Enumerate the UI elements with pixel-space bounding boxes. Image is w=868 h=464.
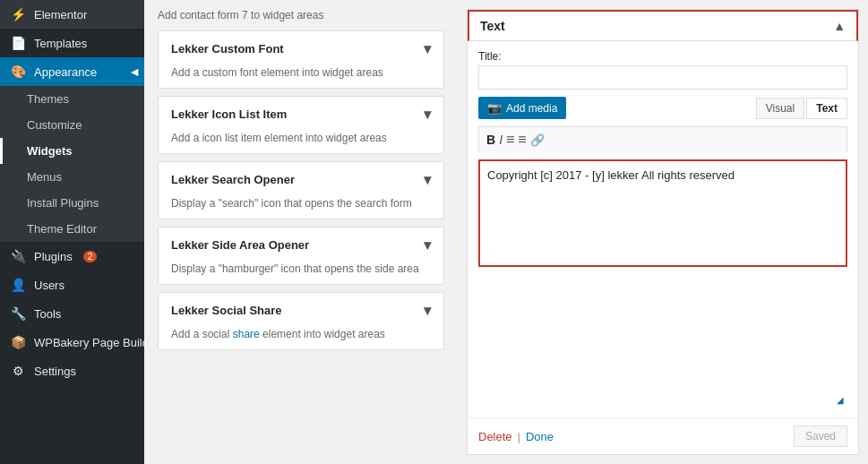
add-media-button[interactable]: 📷 Add media [478,97,566,119]
camera-icon: 📷 [487,101,502,115]
widget-description: Add a social share element into widget a… [159,328,443,349]
widget-title: Lekker Social Share [171,304,282,317]
done-link[interactable]: Done [526,430,554,443]
sidebar-item-appearance[interactable]: 🎨 Appearance ◄ [0,57,144,86]
share-link[interactable]: share [233,328,260,340]
widget-header[interactable]: Lekker Search Opener ▾ [159,162,443,197]
sidebar-item-tools[interactable]: 🔧 Tools [0,299,144,328]
editor-wrapper: ◢ [478,159,847,408]
title-label: Title: [478,50,847,63]
widget-header[interactable]: Lekker Side Area Opener ▾ [159,228,443,262]
submenu-label: Customize [27,118,82,132]
collapse-icon[interactable]: ▲ [833,19,846,33]
plugins-icon: 🔌 [9,249,27,263]
widget-header[interactable]: Lekker Custom Font ▾ [159,31,443,66]
widget-description: Display a "hamburger" icon that opens th… [159,262,443,284]
chevron-down-icon: ▾ [424,236,431,253]
sidebar-item-users[interactable]: 👤 Users [0,271,144,299]
sidebar-item-templates[interactable]: 📄 Templates [0,29,144,57]
text-panel-title: Text [480,19,505,33]
sidebar-item-plugins[interactable]: 🔌 Plugins 2 [0,242,144,271]
widget-item-custom-font: Lekker Custom Font ▾ Add a custom font e… [158,30,444,89]
text-tab[interactable]: Text [806,98,847,119]
sidebar-item-wpbakery[interactable]: 📦 WPBakery Page Builder [0,328,144,357]
text-panel-footer: Delete | Done Saved [468,417,858,454]
widget-header[interactable]: Lekker Icon List Item ▾ [159,97,443,132]
sidebar-item-label: WPBakery Page Builder [34,336,144,349]
italic-button[interactable]: I [499,133,503,147]
widget-description: Add a icon list item element into widget… [159,132,443,153]
elementor-icon: ⚡ [9,7,27,21]
chevron-down-icon: ▾ [424,106,431,123]
main-content: Add contact form 7 to widget areas Lekke… [144,0,868,464]
resize-handle[interactable]: ◢ [837,395,844,405]
submenu-label: Menus [27,170,62,184]
media-toolbar: 📷 Add media Visual Text [478,97,847,119]
sidebar-item-elementor[interactable]: ⚡ Elementor [0,0,144,29]
sidebar-item-customize[interactable]: Customize [0,112,144,138]
submenu-label: Themes [27,92,69,106]
appearance-icon: 🎨 [9,64,27,79]
text-panel-header: Text ▲ [468,10,858,41]
delete-link[interactable]: Delete [478,430,512,443]
widget-description: Display a "search" icon that opens the s… [159,197,443,219]
add-media-label: Add media [506,102,557,115]
ordered-list-button[interactable]: ≡ [518,132,526,148]
widget-item-search-opener: Lekker Search Opener ▾ Display a "search… [158,161,444,219]
sidebar-item-install-plugins[interactable]: Install Plugins [0,190,144,216]
widget-title: Lekker Search Opener [171,173,295,186]
widget-item-social-share: Lekker Social Share ▾ Add a social share… [158,292,444,350]
footer-links: Delete | Done [478,430,554,443]
sidebar-item-menus[interactable]: Menus [0,164,144,190]
sidebar-item-label: Plugins [34,250,73,263]
widget-description: Add a custom font element into widget ar… [159,66,443,88]
templates-icon: 📄 [9,36,27,50]
unordered-list-button[interactable]: ≡ [506,132,514,148]
sidebar-item-themes[interactable]: Themes [0,86,144,112]
submenu-label: Theme Editor [27,222,97,236]
sidebar-item-settings[interactable]: ⚙ Settings [0,357,144,385]
editor-textarea[interactable] [478,159,847,267]
sidebar-item-label: Templates [34,37,87,50]
visual-text-tabs: Visual Text [756,98,847,119]
footer-separator: | [518,430,520,443]
sidebar-item-label: Appearance [34,65,97,79]
users-icon: 👤 [9,278,27,292]
editor-toolbar: B I ≡ ≡ 🔗 [478,126,847,152]
chevron-down-icon: ▾ [424,171,431,188]
bold-button[interactable]: B [486,133,495,147]
settings-icon: ⚙ [9,364,27,378]
sidebar-item-theme-editor[interactable]: Theme Editor [0,216,144,242]
chevron-down-icon: ▾ [424,302,431,319]
submenu-label: Install Plugins [27,196,99,210]
widget-title: Lekker Custom Font [171,42,284,56]
sidebar: ⚡ Elementor 📄 Templates 🎨 Appearance ◄ T… [0,0,144,464]
text-panel-body: Title: 📷 Add media Visual Text B I ≡ ≡ [468,41,858,417]
top-note: Add contact form 7 to widget areas [158,9,444,21]
sidebar-item-label: Users [34,279,64,292]
widget-title: Lekker Icon List Item [171,107,287,121]
sidebar-item-label: Tools [34,307,61,321]
sidebar-item-label: Settings [34,365,76,378]
widget-title: Lekker Side Area Opener [171,238,309,252]
link-button[interactable]: 🔗 [530,133,545,147]
sidebar-item-widgets[interactable]: Widgets [0,138,144,164]
widget-item-side-area: Lekker Side Area Opener ▾ Display a "ham… [158,227,444,285]
title-field-group: Title: [478,50,847,90]
tools-icon: 🔧 [9,306,27,321]
widget-header[interactable]: Lekker Social Share ▾ [159,293,443,328]
sidebar-item-label: Elementor [34,8,87,21]
widget-item-icon-list: Lekker Icon List Item ▾ Add a icon list … [158,96,444,154]
chevron-down-icon: ▾ [424,40,431,57]
submenu-label: Widgets [27,144,72,158]
saved-button: Saved [794,425,847,447]
visual-tab[interactable]: Visual [756,98,804,119]
title-input[interactable] [478,65,847,90]
text-widget-panel: Text ▲ Title: 📷 Add media Visual Text [467,9,859,455]
widget-list: Add contact form 7 to widget areas Lekke… [144,0,458,464]
wpbakery-icon: 📦 [9,335,27,349]
plugins-badge: 2 [83,251,98,262]
